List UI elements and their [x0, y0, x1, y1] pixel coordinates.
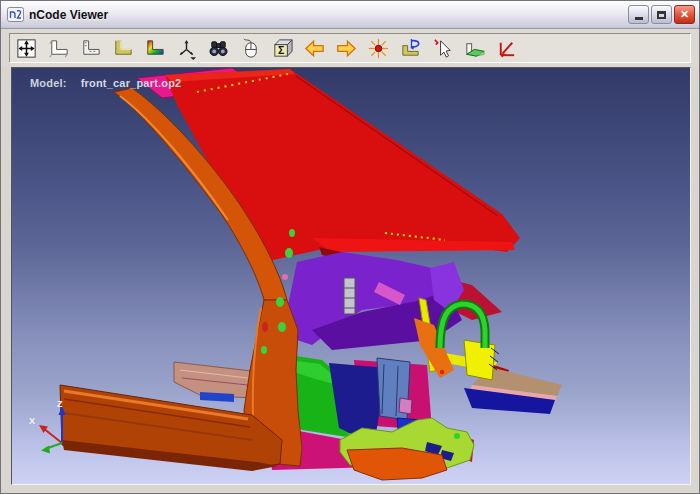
ladder-bracket [344, 278, 355, 314]
axis-plot-icon [495, 37, 518, 60]
contour-view-icon [143, 37, 166, 60]
model-label: Model:front_car_part.op2 [30, 77, 181, 89]
hidden-line-view-button[interactable] [78, 36, 103, 61]
previous-view-button[interactable] [302, 36, 327, 61]
fit-view-button[interactable] [14, 36, 39, 61]
roof-panel [165, 69, 520, 262]
search-view-button[interactable] [206, 36, 231, 61]
arrow-left-icon [303, 37, 326, 60]
model-label-key: Model: [30, 77, 67, 89]
axis-plot-button[interactable] [494, 36, 519, 61]
close-button[interactable]: ✕ [674, 5, 695, 24]
axis-triad: Z X [29, 399, 66, 454]
plane-view-button[interactable] [462, 36, 487, 61]
maximize-button[interactable] [651, 5, 672, 24]
title-bar[interactable]: nCode Viewer ✕ [1, 1, 699, 29]
fit-view-icon [15, 37, 38, 60]
orange-floor-support [347, 448, 447, 480]
wireframe-view-icon [47, 37, 70, 60]
app-logo-icon [7, 7, 24, 22]
axes-mode-button[interactable] [174, 36, 199, 61]
svg-text:Σ: Σ [278, 43, 284, 55]
select-cursor-icon [431, 37, 454, 60]
mouse-options-button[interactable] [238, 36, 263, 61]
sigma-summary-icon: Σ [271, 37, 294, 60]
rotate-view-icon [399, 37, 422, 60]
shaded-view-button[interactable] [110, 36, 135, 61]
select-button[interactable] [430, 36, 455, 61]
ncode-viewer-window: nCode Viewer ✕ [0, 0, 700, 494]
sigma-summary-button[interactable]: Σ [270, 36, 295, 61]
toolbar-panel: Σ [9, 33, 691, 63]
window-bottom-frame [1, 485, 699, 494]
rotate-view-button[interactable] [398, 36, 423, 61]
model-file-name: front_car_part.op2 [81, 77, 182, 89]
axis-x-label: X [29, 416, 35, 426]
minimize-icon [635, 17, 643, 20]
mouse-options-icon [239, 37, 262, 60]
axis-z-label: Z [57, 399, 63, 409]
shaded-view-icon [111, 37, 134, 60]
viewport-3d[interactable]: Model:front_car_part.op2 [11, 67, 691, 485]
axes-mode-icon [175, 37, 198, 60]
binoculars-icon [207, 37, 230, 60]
maximize-icon [657, 11, 666, 19]
arrow-right-icon [335, 37, 358, 60]
hidden-line-view-icon [79, 37, 102, 60]
minimize-button[interactable] [628, 5, 649, 24]
contour-view-button[interactable] [142, 36, 167, 61]
damper-bracket [377, 358, 412, 420]
window-title: nCode Viewer [29, 8, 628, 22]
hotspot-button[interactable] [366, 36, 391, 61]
toolbar: Σ [1, 29, 699, 67]
wireframe-view-button[interactable] [46, 36, 71, 61]
plane-view-icon [463, 37, 486, 60]
car-model-scene: Z X [12, 68, 690, 484]
hotspot-icon [367, 37, 390, 60]
next-view-button[interactable] [334, 36, 359, 61]
close-icon: ✕ [680, 8, 689, 21]
